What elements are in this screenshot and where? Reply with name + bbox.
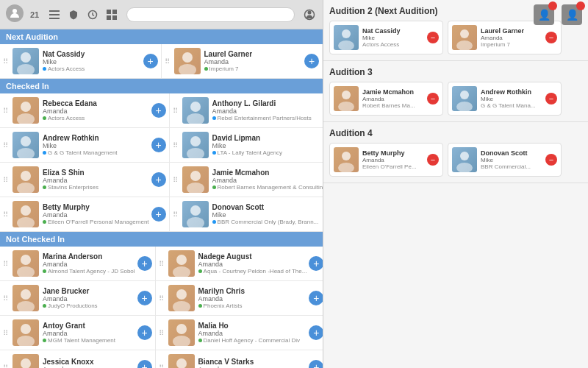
svg-point-28 (21, 205, 31, 216)
clock-icon[interactable] (85, 7, 100, 22)
svg-point-18 (190, 102, 201, 112)
list-icon[interactable] (47, 7, 62, 22)
actor-card[interactable]: ⠿ Laurel Garner Amanda Imperium 7 + (162, 44, 323, 79)
drag-handle: ⠿ (3, 107, 10, 115)
add-to-audition-button[interactable]: + (137, 291, 152, 305)
shield-icon[interactable] (66, 7, 81, 22)
svg-point-32 (21, 255, 31, 265)
actor-card[interactable]: ⠿ Malia Ho Amanda Daniel Hoff Agency - C… (156, 316, 323, 350)
add-to-audition-button[interactable]: + (137, 256, 152, 271)
drag-handle: ⠿ (3, 364, 10, 369)
add-to-audition-button[interactable]: + (309, 325, 323, 340)
audition-title: Audition 4 (329, 128, 582, 138)
actor-card[interactable]: ⠿ Jessica Knoxx Amanda + (0, 350, 156, 368)
actor-card[interactable]: ⠿ Jane Brucker Amanda JudyO Productions … (0, 281, 156, 316)
agency-name: JudyO Productions (48, 302, 98, 309)
actor-info: Jamie Mcmahon Amanda Robert Barnes Manag… (212, 169, 323, 191)
remove-from-audition-button[interactable]: − (427, 32, 439, 43)
add-to-audition-button[interactable]: + (304, 54, 319, 68)
actor-agency: Rebel Entertainment Partners/Hosts (212, 115, 323, 121)
drag-handle: ⠿ (173, 141, 180, 149)
agency-dot (212, 116, 216, 120)
remove-from-audition-button[interactable]: − (545, 154, 557, 166)
search-input[interactable] (126, 7, 295, 22)
svg-point-24 (21, 171, 31, 181)
actor-photo (12, 319, 39, 346)
actor-card[interactable]: ⠿ Andrew Rothkin Mike G & G Talent Manag… (0, 128, 170, 163)
actor-card[interactable]: ⠿ Bianca V Starks Amanda + (156, 350, 323, 368)
actor-card[interactable]: ⠿ Nadege August Amanda Aqua - Courtney P… (156, 247, 323, 281)
actor-card[interactable]: ⠿ Marilyn Chris Amanda Phoenix Artists + (156, 281, 323, 316)
svg-point-38 (176, 289, 187, 300)
actor-agency: Phoenix Artists (198, 302, 307, 309)
add-to-audition-button[interactable]: + (151, 207, 166, 222)
add-to-audition-button[interactable]: + (151, 172, 166, 187)
remove-from-audition-button[interactable]: − (545, 93, 557, 105)
actor-card[interactable]: ⠿ David Lipman Mike LTA - Lally Talent A… (170, 128, 323, 163)
audition-cards: Betty Murphy Amanda Eileen O'Farrell Pe.… (329, 143, 582, 177)
remove-from-audition-button[interactable]: − (427, 154, 439, 166)
actor-info: Laurel Garner Amanda Imperium 7 (204, 50, 303, 72)
current-audition-nav[interactable]: 👤 (562, 4, 582, 26)
svg-point-55 (456, 102, 473, 111)
add-button[interactable] (302, 7, 317, 22)
actor-name: David Lipman (212, 134, 323, 142)
agency-dot (43, 151, 46, 155)
actor-card[interactable]: ⠿ Anthony L. Gilardi Amanda Rebel Entert… (170, 93, 323, 128)
actor-card[interactable]: ⠿ Jamie Mcmahon Amanda Robert Barnes Man… (170, 163, 323, 197)
audition-card[interactable]: Nat Cassidy Mike Actors Access − (329, 21, 443, 54)
agency-dot (204, 67, 208, 71)
actor-card[interactable]: ⠿ Eliza S Shin Amanda Stavins Enterprise… (0, 163, 170, 197)
agency-name: BBR Commercial Only (Brady, Brann... (218, 219, 319, 225)
remove-from-audition-button[interactable]: − (545, 32, 557, 43)
actor-card[interactable]: ⠿ Betty Murphy Amanda Eileen O'Farrell P… (0, 197, 170, 232)
audition-card[interactable]: Jamie Mcmahon Amanda Robert Barnes Ma...… (329, 82, 443, 116)
audition-card[interactable]: Betty Murphy Amanda Eileen O'Farrell Pe.… (329, 143, 443, 177)
add-to-audition-button[interactable]: + (143, 54, 158, 68)
audition-actor-role: Amanda (362, 96, 425, 102)
agency-name: MGM Talent Management (48, 337, 115, 344)
agency-name: Phoenix Artists (204, 302, 243, 309)
actor-info: Malia Ho Amanda Daniel Hoff Agency - Com… (198, 322, 307, 344)
actor-grid-checked-in: ⠿ Rebecca Edana Amanda Actors Access + ⠿ (0, 93, 323, 232)
svg-point-36 (21, 289, 31, 300)
actor-photo (12, 166, 39, 193)
add-to-audition-button[interactable]: + (151, 138, 166, 152)
count-icon[interactable]: 21 (28, 7, 43, 22)
audition-card[interactable]: Andrew Rothkin Mike G & G Talent Mana...… (448, 82, 562, 116)
add-to-audition-button[interactable]: + (151, 103, 166, 118)
audition-actor-name: Betty Murphy (362, 149, 425, 157)
actor-card[interactable]: ⠿ Rebecca Edana Amanda Actors Access + (0, 93, 170, 128)
next-audition-nav[interactable]: 👤 (534, 4, 554, 26)
actor-role: Amanda (198, 295, 307, 302)
grid-icon[interactable] (104, 7, 119, 22)
add-actor-avatar[interactable] (6, 4, 24, 22)
actor-agency: MGM Talent Management (43, 337, 135, 344)
agency-dot (198, 269, 202, 273)
svg-point-56 (342, 152, 351, 160)
svg-rect-4 (49, 18, 60, 19)
actor-card[interactable]: ⠿ Antoy Grant Amanda MGM Talent Manageme… (0, 316, 156, 350)
drag-handle: ⠿ (3, 260, 10, 268)
agency-dot (43, 269, 46, 273)
actor-photo (12, 201, 39, 227)
agency-dot (43, 185, 46, 189)
actor-card[interactable]: ⠿ Donovan Scott Mike BBR Commercial Only… (170, 197, 323, 232)
actor-role: Mike (212, 211, 323, 219)
add-to-audition-button[interactable]: + (137, 325, 152, 340)
section-header-next-audition: Next Audition (0, 29, 323, 44)
add-to-audition-button[interactable]: + (309, 256, 323, 271)
remove-from-audition-button[interactable]: − (427, 93, 439, 105)
actor-photo (174, 48, 201, 74)
audition-actor-agency: Actors Access (362, 41, 425, 48)
svg-point-30 (190, 205, 201, 216)
add-to-audition-button[interactable]: + (309, 291, 323, 305)
actor-info: Anthony L. Gilardi Amanda Rebel Entertai… (212, 99, 323, 121)
actor-card[interactable]: ⠿ Marina Anderson Amanda Almond Talent A… (0, 247, 156, 281)
svg-point-44 (21, 358, 31, 368)
actor-card[interactable]: ⠿ Nat Cassidy Mike Actors Access + (0, 44, 162, 79)
add-to-audition-button[interactable]: + (137, 360, 152, 368)
audition-card[interactable]: Donovan Scott Mike BBR Commercial... − (448, 143, 562, 177)
add-to-audition-button[interactable]: + (309, 360, 323, 368)
actor-role: Amanda (198, 330, 307, 337)
